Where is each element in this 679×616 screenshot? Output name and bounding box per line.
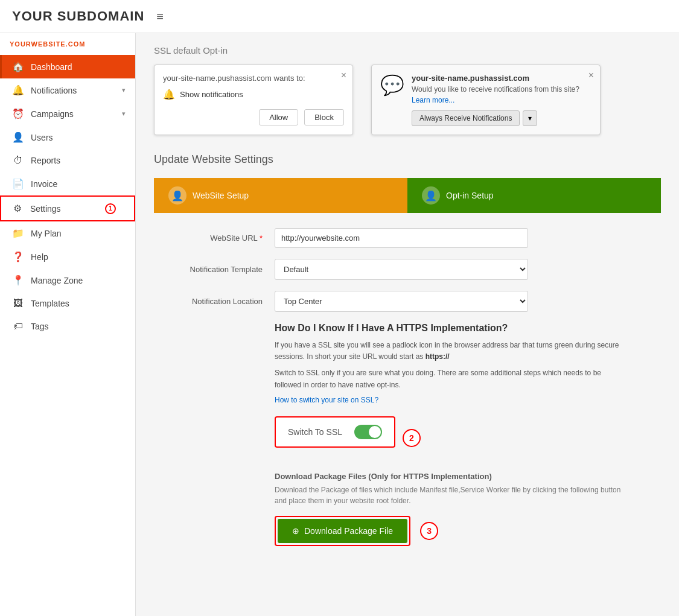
sidebar-label-invoice: Invoice <box>31 179 57 189</box>
sidebar-site-label: YOURWEBSITE.COM <box>0 33 135 55</box>
optin-previews: × your-site-name.pushassist.com wants to… <box>154 65 661 135</box>
chrome-site-name: your-site-name.pushassist.com wants to: <box>163 74 344 83</box>
optin-title: SSL default Opt-in <box>154 45 661 56</box>
download-btn-label: Download Package File <box>304 526 393 536</box>
step-badge-2: 2 <box>403 429 421 447</box>
firefox-close-button[interactable]: × <box>588 70 594 81</box>
download-desc: Download the Package of files which incl… <box>275 484 625 506</box>
firefox-content: your-site-name.pushassist.com Would you … <box>412 74 579 126</box>
sidebar-item-users[interactable]: 👤 Users <box>0 125 135 149</box>
toggle-slider <box>354 425 382 439</box>
sidebar-label-reports: Reports <box>31 156 60 165</box>
home-icon: 🏠 <box>11 61 25 72</box>
chrome-dialog: × your-site-name.pushassist.com wants to… <box>154 65 353 135</box>
menu-icon[interactable]: ≡ <box>156 10 164 24</box>
chrome-close-button[interactable]: × <box>341 70 346 81</box>
https-ssl-link[interactable]: How to switch your site on SSL? <box>275 396 625 404</box>
chrome-allow-button[interactable]: Allow <box>259 109 298 125</box>
invoice-icon: 📄 <box>11 178 25 189</box>
chrome-bell-icon: 🔔 <box>163 89 175 100</box>
firefox-learn-more[interactable]: Learn more... <box>412 96 579 104</box>
download-title: Download Package Files (Only for HTTPS I… <box>275 472 661 481</box>
step-badge-3: 3 <box>420 522 438 540</box>
clock-icon: ⏰ <box>11 108 25 119</box>
sidebar-item-myplan[interactable]: 📁 My Plan <box>0 221 135 245</box>
firefox-dialog: × 💬 your-site-name.pushassist.com Would … <box>371 65 601 135</box>
website-url-label: WebSite URL * <box>154 233 275 243</box>
firefox-dropdown-button[interactable]: ▾ <box>523 110 537 126</box>
sidebar-label-help: Help <box>31 252 48 262</box>
sidebar-item-dashboard[interactable]: 🏠 Dashboard <box>0 55 135 78</box>
layout: YOURWEBSITE.COM 🏠 Dashboard 🔔 Notificati… <box>0 33 679 616</box>
sidebar-item-notifications[interactable]: 🔔 Notifications ▾ <box>0 78 135 102</box>
firefox-question: Would you like to receive notifications … <box>412 85 579 94</box>
https-text1: If you have a SSL site you will see a pa… <box>275 340 625 363</box>
sidebar-item-settings[interactable]: ⚙ Settings 1 <box>0 195 135 221</box>
tab-optin-setup[interactable]: 👤 Opt-in Setup <box>407 178 661 213</box>
gear-icon: ⚙ <box>11 203 24 214</box>
main-content: SSL default Opt-in × your-site-name.push… <box>136 33 679 616</box>
download-icon: ⊕ <box>292 526 299 536</box>
tab-optin-setup-label: Opt-in Setup <box>446 191 494 200</box>
https-title: How Do I Know If I Have A HTTPS Implemen… <box>275 323 625 334</box>
sidebar-item-reports[interactable]: ⏱ Reports <box>0 149 135 172</box>
chevron-down-icon: ▾ <box>122 110 126 118</box>
sidebar-item-tags[interactable]: 🏷 Tags <box>0 315 135 338</box>
sidebar-item-invoice[interactable]: 📄 Invoice <box>0 172 135 195</box>
sidebar-label-myplan: My Plan <box>31 229 62 238</box>
chrome-notif-row: 🔔 Show notifications <box>163 89 344 100</box>
sidebar-label-campaigns: Campaigns <box>31 109 74 119</box>
optin-setup-tab-icon: 👤 <box>422 186 440 205</box>
sidebar-label-dashboard: Dashboard <box>31 62 72 72</box>
notif-template-label: Notification Template <box>154 265 275 274</box>
header: YOUR SUBDOMAIN ≡ <box>0 0 679 33</box>
download-btn-wrapper: ⊕ Download Package File <box>275 516 410 546</box>
sidebar: YOURWEBSITE.COM 🏠 Dashboard 🔔 Notificati… <box>0 33 136 616</box>
chrome-block-button[interactable]: Block <box>304 109 344 125</box>
notif-template-select[interactable]: Default <box>275 259 528 280</box>
sidebar-item-campaigns[interactable]: ⏰ Campaigns ▾ <box>0 102 135 125</box>
download-btn-row: ⊕ Download Package File 3 <box>275 516 661 546</box>
download-section: Download Package Files (Only for HTTPS I… <box>275 472 661 546</box>
notif-location-label: Notification Location <box>154 297 275 306</box>
sidebar-label-users: Users <box>31 133 53 142</box>
website-url-row: WebSite URL * <box>154 228 661 248</box>
https-text2: Switch to SSL only if you are sure what … <box>275 367 625 390</box>
sidebar-label-templates: Templates <box>31 299 69 308</box>
https-section: How Do I Know If I Have A HTTPS Implemen… <box>275 323 625 404</box>
settings-section-title: Update Website Settings <box>154 153 661 166</box>
message-icon: 💬 <box>380 74 404 97</box>
tabs: 👤 WebSite Setup 👤 Opt-in Setup <box>154 178 661 213</box>
folder-icon: 📁 <box>11 227 25 239</box>
ssl-label: Switch To SSL <box>288 427 342 437</box>
tag-icon: 🏷 <box>11 321 25 332</box>
chevron-down-icon: ▾ <box>122 86 126 94</box>
firefox-always-button[interactable]: Always Receive Notifications <box>412 110 520 126</box>
chrome-btn-row: Allow Block <box>163 109 344 125</box>
chrome-notif-text: Show notifications <box>180 90 243 99</box>
firefox-site-name: your-site-name.pushassist.com <box>412 74 579 83</box>
ssl-toggle-switch[interactable] <box>354 425 382 439</box>
sidebar-label-settings: Settings <box>30 204 61 214</box>
location-icon: 📍 <box>11 275 25 286</box>
tab-website-setup[interactable]: 👤 WebSite Setup <box>154 178 407 213</box>
ssl-toggle-row: Switch To SSL <box>275 416 395 448</box>
website-url-input[interactable] <box>275 228 528 248</box>
required-asterisk: * <box>260 233 263 243</box>
settings-badge: 1 <box>105 203 116 214</box>
user-icon: 👤 <box>11 132 25 143</box>
tab-website-setup-label: WebSite Setup <box>193 191 249 200</box>
notif-template-row: Notification Template Default <box>154 259 661 280</box>
firefox-btn-row: Always Receive Notifications ▾ <box>412 110 579 126</box>
help-icon: ❓ <box>11 251 25 262</box>
report-icon: ⏱ <box>11 155 25 166</box>
sidebar-item-templates[interactable]: 🖼 Templates <box>0 292 135 315</box>
app-title: YOUR SUBDOMAIN <box>12 8 144 24</box>
sidebar-item-help[interactable]: ❓ Help <box>0 245 135 268</box>
notif-location-select[interactable]: Top Center <box>275 291 528 312</box>
notif-location-row: Notification Location Top Center <box>154 291 661 312</box>
sidebar-item-managezone[interactable]: 📍 Manage Zone <box>0 268 135 292</box>
download-package-button[interactable]: ⊕ Download Package File <box>278 519 407 543</box>
website-setup-tab-icon: 👤 <box>168 186 186 205</box>
sidebar-label-notifications: Notifications <box>31 86 77 95</box>
